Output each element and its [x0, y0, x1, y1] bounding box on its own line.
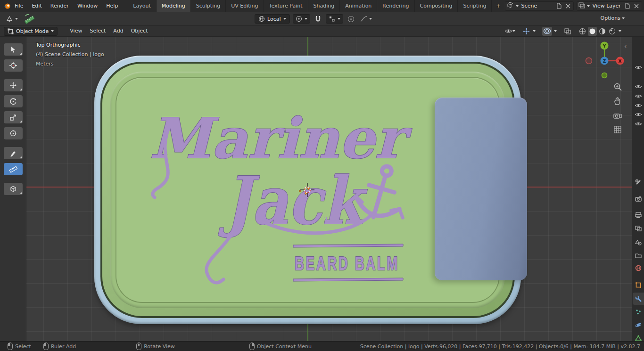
proportional-falloff-dropdown[interactable]	[359, 15, 373, 23]
workspace-tab-uv-editing[interactable]: UV Editing	[226, 0, 264, 12]
properties-tab-modifiers[interactable]	[633, 293, 644, 305]
unlink-scene-icon[interactable]	[564, 2, 572, 10]
menu-edit[interactable]: Edit	[27, 0, 46, 12]
tool-transform[interactable]	[4, 127, 23, 139]
properties-tab-object[interactable]	[633, 279, 644, 291]
region-collapse-arrow[interactable]: ‹	[624, 42, 627, 50]
navigation-gizmo[interactable]: Y X Z	[583, 39, 626, 82]
active-collection-object: (4) Scene Collection | logo	[36, 50, 104, 59]
tool-measure[interactable]	[4, 163, 23, 175]
visibility-eye-icon[interactable]	[635, 122, 642, 126]
menu-file[interactable]: File	[10, 0, 27, 12]
editor-type-dropdown[interactable]	[4, 14, 19, 24]
pivot-point-dropdown[interactable]	[293, 14, 310, 24]
chevron-down-icon	[516, 5, 519, 7]
axis-y-negative-handle[interactable]	[602, 73, 607, 78]
gizmo-settings-dropdown[interactable]	[532, 27, 537, 36]
properties-tab-world[interactable]	[633, 262, 644, 274]
label-plane-object[interactable]	[435, 98, 527, 280]
add-workspace-button[interactable]: +	[492, 0, 504, 12]
logo-subtitle: BEARD BALM	[295, 253, 399, 274]
tool-cursor[interactable]	[4, 59, 23, 72]
workspace-tab-shading[interactable]: Shading	[308, 0, 340, 12]
chevron-down-icon	[338, 18, 340, 20]
workspace-tab-rendering[interactable]: Rendering	[377, 0, 414, 12]
pivot-point-icon	[296, 16, 302, 22]
menu-select[interactable]: Select	[86, 26, 109, 36]
pan-hand-button[interactable]	[611, 95, 624, 107]
logo-artwork[interactable]: Mariner Jack TM BEARD BALM	[97, 77, 455, 331]
blender-logo-icon[interactable]	[3, 2, 10, 10]
shading-settings-dropdown[interactable]	[618, 27, 622, 36]
shading-solid-button[interactable]	[588, 27, 597, 36]
chevron-down-icon	[15, 18, 18, 20]
tool-rotate[interactable]	[4, 95, 23, 107]
workspace-tab-scripting[interactable]: Scripting	[458, 0, 492, 12]
menu-help[interactable]: Help	[102, 0, 122, 12]
shading-wireframe-button[interactable]	[578, 27, 587, 36]
scene-selector[interactable]: Scene	[505, 1, 574, 11]
workspace-tab-texture-paint[interactable]: Texture Paint	[264, 0, 308, 12]
tool-select-box[interactable]	[4, 43, 23, 56]
menu-object[interactable]: Object	[127, 26, 152, 36]
view-layer-selector[interactable]: View Layer	[577, 1, 642, 11]
properties-tab-particles[interactable]	[633, 306, 644, 318]
3d-viewport[interactable]: Mariner Jack TM BEARD BALM	[26, 37, 632, 341]
tool-move[interactable]	[4, 79, 23, 91]
visibility-eye-icon[interactable]	[635, 94, 642, 98]
scene-statistics: Scene Collection | logo | Verts:96,020 |…	[360, 343, 640, 350]
gizmo-toggle[interactable]	[522, 27, 531, 36]
magnet-icon	[314, 16, 322, 23]
view-layer-name[interactable]: View Layer	[591, 3, 622, 9]
axis-z-label: Z	[603, 59, 606, 64]
properties-tab-output[interactable]	[633, 209, 644, 221]
zoom-button[interactable]	[611, 81, 624, 93]
status-hint-rotate-view: Rotate View	[136, 343, 175, 350]
camera-view-button[interactable]	[611, 109, 624, 122]
properties-tab-scene[interactable]	[633, 236, 644, 248]
visibility-eye-icon[interactable]	[635, 65, 642, 70]
workspace-tab-animation[interactable]: Animation	[340, 0, 377, 12]
properties-tab-physics[interactable]	[633, 319, 644, 331]
scene-browse-icon[interactable]	[507, 2, 514, 10]
new-view-layer-icon[interactable]	[624, 2, 631, 10]
properties-tab-tool[interactable]	[633, 176, 644, 188]
workspace-tab-modeling[interactable]: Modeling	[157, 0, 191, 12]
scene-name[interactable]: Scene	[520, 3, 554, 9]
menu-window[interactable]: Window	[73, 0, 102, 12]
overlays-toggle[interactable]	[542, 27, 552, 36]
visibility-eye-icon[interactable]	[635, 112, 642, 117]
mode-dropdown[interactable]: Object Mode	[4, 27, 58, 36]
visibility-eye-icon[interactable]	[635, 103, 642, 108]
shading-material-button[interactable]	[598, 27, 607, 36]
snap-toggle[interactable]	[313, 15, 323, 24]
overlays-settings-dropdown[interactable]	[553, 27, 558, 36]
workspace-tab-layout[interactable]: Layout	[128, 0, 156, 12]
xray-toggle[interactable]	[563, 27, 572, 36]
axis-x-negative-handle[interactable]	[586, 58, 592, 64]
workspace-tab-compositing[interactable]: Compositing	[415, 0, 458, 12]
workspace-tab-sculpting[interactable]: Sculpting	[191, 0, 226, 12]
object-visibility-dropdown[interactable]	[504, 27, 516, 36]
tool-annotate[interactable]	[4, 147, 23, 159]
snap-settings-dropdown[interactable]	[326, 14, 343, 24]
remove-view-layer-icon[interactable]	[633, 2, 640, 10]
logo-trademark: TM	[324, 215, 337, 224]
visibility-eye-icon[interactable]	[635, 84, 642, 89]
shading-rendered-button[interactable]	[608, 27, 617, 36]
menu-view[interactable]: View	[66, 26, 86, 36]
options-dropdown[interactable]: Options	[599, 14, 626, 22]
new-scene-icon[interactable]	[555, 2, 563, 10]
menu-add[interactable]: Add	[109, 26, 127, 36]
transform-orientation-dropdown[interactable]: Local	[255, 14, 290, 24]
properties-tab-view-layer[interactable]	[633, 222, 644, 235]
properties-tab-render[interactable]	[633, 193, 644, 205]
3d-cursor	[300, 183, 314, 197]
chevron-down-icon	[51, 30, 54, 32]
toggle-perspective-grid-button[interactable]	[611, 123, 624, 136]
tool-add-cube[interactable]	[4, 183, 23, 195]
proportional-editing-toggle[interactable]	[346, 15, 356, 24]
menu-render[interactable]: Render	[46, 0, 73, 12]
properties-tab-collection[interactable]	[633, 249, 644, 261]
tool-scale[interactable]	[4, 111, 23, 123]
